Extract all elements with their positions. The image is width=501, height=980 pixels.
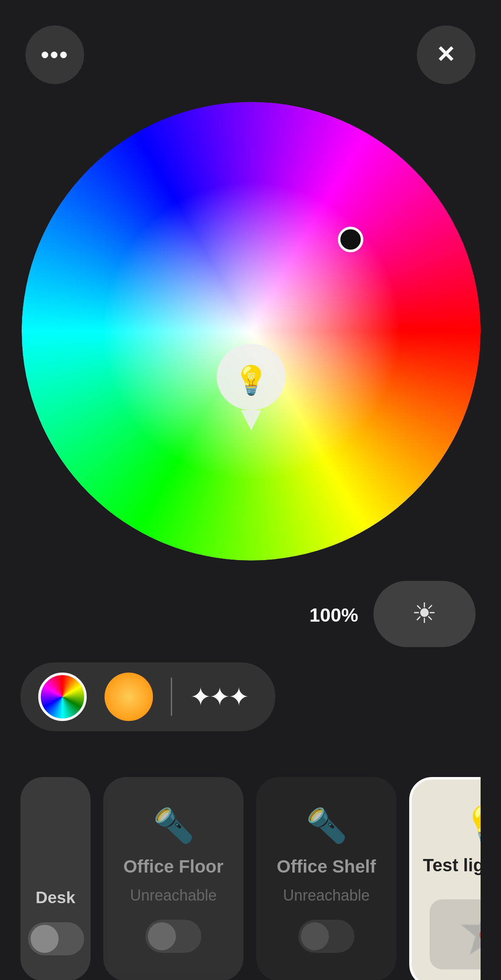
- office-shelf-status: Unreachable: [283, 886, 370, 904]
- office-floor-toggle[interactable]: [145, 919, 201, 952]
- app-container: ••• ✕: [0, 0, 501, 980]
- office-floor-knob: [148, 922, 176, 950]
- star-icon: [454, 903, 481, 966]
- office-floor-icon: 🔦: [153, 806, 194, 845]
- svg-marker-5: [461, 908, 481, 954]
- color-mode-wheel[interactable]: [38, 673, 87, 721]
- menu-dots: •••: [41, 42, 69, 68]
- color-picker-dot[interactable]: [339, 228, 362, 251]
- office-shelf-knob: [301, 922, 329, 950]
- test-lightguide-icon: 💡: [462, 803, 481, 847]
- office-shelf-icon: 🔦: [306, 806, 347, 845]
- device-card-office-shelf[interactable]: 🔦 Office Shelf Unreachable: [256, 777, 396, 980]
- devices-row: Desk 🔦 Office Floor Unreachable 🔦 Office…: [20, 777, 481, 980]
- close-icon: ✕: [436, 41, 456, 69]
- brightness-button[interactable]: ☀: [374, 581, 476, 647]
- top-bar: ••• ✕: [0, 25, 501, 84]
- test-lightguide-name: Test lightguide: [423, 855, 481, 877]
- lightguide-visual: [430, 899, 481, 969]
- desk-toggle[interactable]: [28, 922, 84, 955]
- device-card-test-lightguide[interactable]: 💡 Test lightguide: [409, 777, 481, 980]
- color-mode-warm[interactable]: [105, 673, 153, 721]
- bottom-bg: 100% ☀ ✦✦✦ Desk: [0, 560, 501, 980]
- mode-divider: [171, 678, 172, 716]
- brightness-row: 100% ☀: [20, 581, 481, 647]
- close-button[interactable]: ✕: [417, 25, 476, 84]
- sun-icon: ☀: [412, 597, 437, 631]
- device-card-desk-partial[interactable]: Desk: [20, 777, 91, 980]
- office-floor-status: Unreachable: [130, 886, 217, 904]
- office-shelf-name: Office Shelf: [277, 856, 376, 876]
- mode-sparkle[interactable]: ✦✦✦: [190, 681, 247, 712]
- device-card-office-floor[interactable]: 🔦 Office Floor Unreachable: [103, 777, 243, 980]
- desk-toggle-knob: [30, 925, 58, 953]
- svg-text:💡: 💡: [233, 363, 269, 397]
- color-mode-bar: ✦✦✦: [20, 662, 275, 731]
- office-floor-name: Office Floor: [123, 856, 224, 876]
- menu-button[interactable]: •••: [25, 25, 84, 84]
- brightness-percent: 100%: [309, 603, 358, 625]
- color-wheel-svg[interactable]: 💡: [21, 102, 480, 560]
- office-shelf-toggle[interactable]: [298, 919, 354, 952]
- desk-label: Desk: [36, 888, 75, 907]
- color-wheel-section: 💡: [0, 0, 501, 560]
- color-wheel-wrapper[interactable]: 💡: [21, 102, 480, 560]
- svg-point-1: [21, 102, 480, 560]
